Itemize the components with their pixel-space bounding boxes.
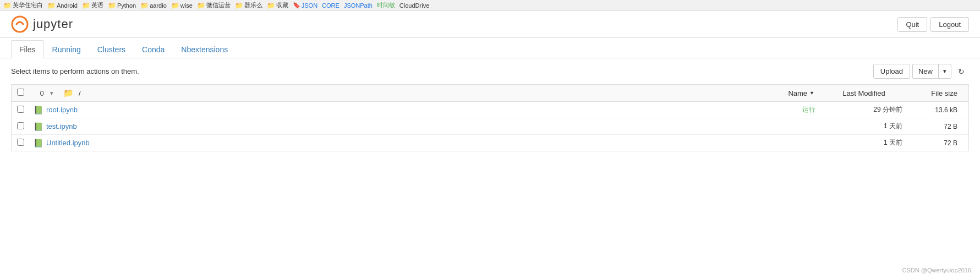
row-checkbox-col: [17, 122, 34, 131]
bookmark-folder-icon: 📁: [235, 2, 243, 9]
bookmark-item[interactable]: JSONPath: [344, 2, 373, 9]
logo-area: jupyter: [11, 15, 73, 33]
bookmark-label: 英语: [91, 1, 103, 9]
file-time-untitled: 1 天前: [820, 138, 908, 147]
name-sort-button[interactable]: Name: [754, 89, 820, 97]
lastmod-column-header: Last Modified: [820, 89, 908, 97]
bookmark-item[interactable]: CloudDrive: [399, 2, 429, 9]
bookmark-label: 収藏: [276, 1, 288, 9]
bookmark-label: 微信运营: [206, 1, 231, 9]
file-table-header: 0 ▾ 📁 / Name Last Modified File size: [12, 85, 968, 102]
file-size-untitled: 72 B: [908, 139, 963, 147]
new-button[interactable]: New: [912, 64, 938, 79]
new-button-group: New: [912, 64, 951, 79]
bookmark-item[interactable]: 📁 微信运营: [197, 1, 231, 9]
file-checkbox-root[interactable]: [17, 106, 24, 113]
bookmark-label: aardio: [150, 2, 167, 9]
bookmark-label: 时间敏: [377, 1, 395, 9]
bookmark-item[interactable]: 📁 英语: [82, 1, 103, 9]
notebook-icon-root: 📗: [34, 106, 43, 114]
main-content: Select items to perform actions on them.…: [0, 58, 980, 162]
action-text: Select items to perform actions on them.: [11, 67, 139, 75]
tabs-bar: Files Running Clusters Conda Nbextension…: [0, 40, 980, 58]
bookmark-folder-icon: 📁: [3, 2, 12, 9]
header-arrow[interactable]: ▾: [50, 90, 63, 97]
refresh-button[interactable]: ↻: [954, 64, 969, 79]
file-checkbox-untitled[interactable]: [17, 139, 24, 146]
bookmark-label: wise: [180, 2, 193, 9]
file-link-untitled[interactable]: Untitled.ipynb: [46, 139, 815, 147]
action-buttons: Upload New ↻: [873, 64, 969, 79]
filesize-column-header: File size: [908, 89, 963, 97]
file-time-root: 29 分钟前: [820, 105, 908, 114]
file-size-root: 13.6 kB: [908, 106, 963, 114]
bookmark-item[interactable]: 时间敏: [377, 1, 395, 9]
bookmark-link-icon: 🔖: [293, 2, 300, 9]
select-all-checkbox[interactable]: [17, 89, 24, 96]
file-row-untitled: 📗 Untitled.ipynb 1 天前 72 B: [12, 135, 968, 151]
file-table: 0 ▾ 📁 / Name Last Modified File size 📗 r…: [11, 84, 969, 151]
app-title: jupyter: [33, 17, 73, 31]
svg-point-0: [12, 17, 28, 32]
notebook-icon-test: 📗: [34, 122, 43, 131]
notebook-icon-untitled: 📗: [34, 139, 43, 147]
bookmark-item[interactable]: 📁 aardio: [140, 2, 167, 9]
bookmark-label: CORE: [322, 2, 340, 9]
bookmark-item[interactable]: CORE: [322, 2, 340, 9]
logout-button[interactable]: Logout: [930, 17, 969, 32]
file-link-test[interactable]: test.ipynb: [46, 122, 815, 130]
file-count: 0: [34, 89, 50, 97]
file-size-test: 72 B: [908, 123, 963, 130]
bookmark-item[interactable]: 📁 英华住宅白: [3, 1, 43, 9]
current-path[interactable]: /: [76, 89, 754, 97]
tab-files[interactable]: Files: [11, 40, 44, 58]
bookmark-item[interactable]: 📁 wise: [171, 2, 193, 9]
file-link-root[interactable]: root.ipynb: [46, 106, 802, 114]
upload-button[interactable]: Upload: [873, 64, 910, 79]
new-dropdown-button[interactable]: [938, 64, 951, 79]
file-row-root: 📗 root.ipynb 运行 29 分钟前 13.6 kB: [12, 102, 968, 118]
bookmark-folder-icon: 📁: [171, 2, 179, 9]
bookmark-label: JSONPath: [344, 2, 373, 9]
bookmark-label: 英华住宅白: [13, 1, 43, 9]
row-checkbox-col: [17, 139, 34, 147]
tab-running[interactable]: Running: [44, 40, 89, 58]
action-row: Select items to perform actions on them.…: [11, 64, 969, 79]
folder-icon: 📁: [63, 88, 76, 98]
tab-conda[interactable]: Conda: [134, 40, 173, 58]
bookmark-label: Android: [57, 2, 78, 9]
bookmark-item[interactable]: 📁 Android: [47, 2, 78, 9]
bookmark-item[interactable]: 📁 収藏: [267, 1, 288, 9]
bookmark-bar: 📁 英华住宅白 📁 Android 📁 英语 📁 Python 📁 aardio…: [0, 0, 980, 11]
bookmark-folder-icon: 📁: [197, 2, 205, 9]
bookmark-item[interactable]: 📁 器乐么: [235, 1, 262, 9]
select-all-col: [17, 89, 34, 97]
quit-button[interactable]: Quit: [897, 17, 927, 32]
file-checkbox-test[interactable]: [17, 122, 24, 129]
bookmark-item[interactable]: 🔖 JSON: [293, 2, 317, 9]
tab-nbextensions[interactable]: Nbextensions: [173, 40, 236, 58]
bookmark-folder-icon: 📁: [47, 2, 56, 9]
bookmark-folder-icon: 📁: [108, 2, 116, 9]
bookmark-label: 器乐么: [244, 1, 262, 9]
bookmark-label: CloudDrive: [399, 2, 429, 9]
row-checkbox-col: [17, 106, 34, 114]
tab-clusters[interactable]: Clusters: [89, 40, 134, 58]
bookmark-folder-icon: 📁: [82, 2, 90, 9]
bookmark-folder-icon: 📁: [267, 2, 275, 9]
dropdown-caret-icon: [943, 68, 946, 75]
bookmark-label: Python: [117, 2, 136, 9]
bookmark-folder-icon: 📁: [140, 2, 149, 9]
header-buttons: Quit Logout: [897, 17, 969, 32]
header: jupyter Quit Logout: [0, 11, 980, 38]
jupyter-logo-icon: [11, 15, 29, 33]
file-status-root: 运行: [802, 105, 815, 114]
bookmark-label: JSON: [302, 2, 317, 9]
file-row-test: 📗 test.ipynb 1 天前 72 B: [12, 118, 968, 135]
bookmark-item[interactable]: 📁 Python: [108, 2, 136, 9]
file-time-test: 1 天前: [820, 122, 908, 131]
